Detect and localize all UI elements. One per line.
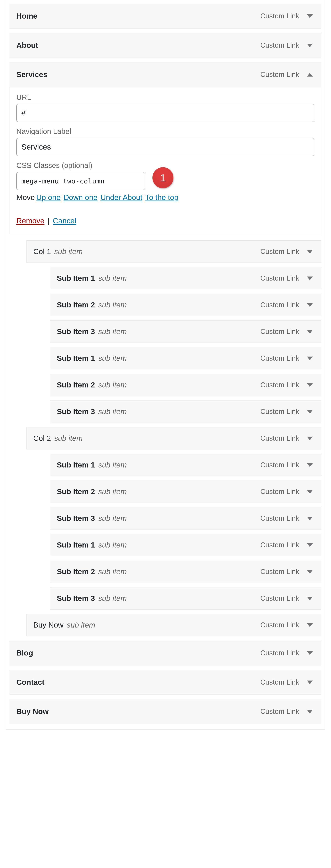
- menu-item-right: Custom Link: [260, 274, 313, 282]
- menu-item-right: Custom Link: [260, 71, 313, 79]
- url-input[interactable]: [16, 104, 314, 122]
- to-top-link[interactable]: To the top: [145, 193, 178, 202]
- menu-item-right: Custom Link: [260, 381, 313, 389]
- menu-item-right: Custom Link: [260, 408, 313, 415]
- menu-item-right: Custom Link: [260, 678, 313, 686]
- chevron-down-icon[interactable]: [307, 651, 313, 655]
- menu-item-title: Sub Item 3: [57, 595, 95, 602]
- menu-item-bar[interactable]: Sub Item 3sub itemCustom Link: [50, 401, 321, 423]
- menu-item-subtitle: sub item: [98, 568, 127, 576]
- menu-item: Sub Item 3sub itemCustom Link: [46, 320, 325, 343]
- menu-item-right: Custom Link: [260, 649, 313, 657]
- menu-item-type: Custom Link: [260, 71, 299, 79]
- menu-item-bar[interactable]: Sub Item 3sub itemCustom Link: [50, 320, 321, 343]
- menu-item-title: Contact: [16, 679, 44, 686]
- menu-item-bar[interactable]: ServicesCustom Link: [9, 62, 321, 87]
- url-label: URL: [16, 93, 314, 101]
- chevron-down-icon[interactable]: [307, 681, 313, 684]
- menu-item-title: Sub Item 3: [57, 515, 95, 522]
- menu-item-bar[interactable]: ContactCustom Link: [9, 670, 321, 695]
- chevron-down-icon[interactable]: [307, 250, 313, 253]
- menu-item-bar[interactable]: BlogCustom Link: [9, 641, 321, 665]
- menu-item-subtitle: sub item: [98, 461, 127, 469]
- item-actions: Remove | Cancel: [16, 217, 314, 225]
- menu-item: Sub Item 1sub itemCustom Link: [46, 347, 325, 369]
- menu-item-type: Custom Link: [260, 708, 299, 715]
- chevron-down-icon[interactable]: [307, 383, 313, 387]
- chevron-down-icon[interactable]: [307, 570, 313, 574]
- menu-item-type: Custom Link: [260, 12, 299, 20]
- chevron-down-icon[interactable]: [307, 437, 313, 440]
- chevron-down-icon[interactable]: [307, 463, 313, 467]
- chevron-down-icon[interactable]: [307, 277, 313, 280]
- menu-item-type: Custom Link: [260, 301, 299, 309]
- menu-item-bar[interactable]: Sub Item 3sub itemCustom Link: [50, 587, 321, 610]
- remove-link[interactable]: Remove: [16, 217, 44, 225]
- chevron-down-icon[interactable]: [307, 597, 313, 600]
- navigation-label-input[interactable]: [16, 138, 314, 156]
- menu-item-right: Custom Link: [260, 41, 313, 49]
- menu-item-bar[interactable]: Buy Nowsub itemCustom Link: [27, 614, 321, 636]
- menu-item-type: Custom Link: [260, 541, 299, 549]
- menu-item-right: Custom Link: [260, 708, 313, 715]
- menu-item-bar[interactable]: AboutCustom Link: [9, 33, 321, 58]
- menu-item-title: About: [16, 41, 38, 49]
- chevron-down-icon[interactable]: [307, 14, 313, 18]
- menu-item-bar[interactable]: Sub Item 1sub itemCustom Link: [50, 454, 321, 476]
- menu-item: Sub Item 2sub itemCustom Link: [46, 294, 325, 316]
- menu-item-subtitle: sub item: [98, 328, 127, 335]
- menu-item: AboutCustom Link: [6, 33, 325, 58]
- menu-item-type: Custom Link: [260, 594, 299, 602]
- menu-item-right: Custom Link: [260, 488, 313, 496]
- menu-item-subtitle: sub item: [67, 621, 95, 629]
- menu-item-bar[interactable]: Sub Item 2sub itemCustom Link: [50, 561, 321, 583]
- menu-item-title: Sub Item 1: [57, 275, 95, 282]
- menu-item-type: Custom Link: [260, 328, 299, 336]
- menu-item-bar[interactable]: Col 2sub itemCustom Link: [27, 427, 321, 450]
- menu-item-type: Custom Link: [260, 515, 299, 522]
- chevron-down-icon[interactable]: [307, 330, 313, 334]
- move-row: MoveUp oneDown oneUnder AboutTo the top: [16, 193, 314, 202]
- chevron-down-icon[interactable]: [307, 356, 313, 360]
- css-classes-input[interactable]: [16, 172, 145, 190]
- menu-item-bar[interactable]: Sub Item 3sub itemCustom Link: [50, 507, 321, 529]
- up-one-link[interactable]: Up one: [36, 193, 61, 202]
- chevron-down-icon[interactable]: [307, 303, 313, 307]
- chevron-down-icon[interactable]: [307, 623, 313, 627]
- chevron-down-icon[interactable]: [307, 543, 313, 547]
- chevron-down-icon[interactable]: [307, 410, 313, 413]
- menu-item-title: Sub Item 1: [57, 461, 95, 469]
- menu-item-bar[interactable]: Sub Item 1sub itemCustom Link: [50, 267, 321, 289]
- menu-item: Buy Nowsub itemCustom Link: [23, 614, 325, 636]
- menu-item-bar[interactable]: Sub Item 1sub itemCustom Link: [50, 534, 321, 556]
- menu-item-type: Custom Link: [260, 248, 299, 255]
- menu-item-bar[interactable]: Sub Item 2sub itemCustom Link: [50, 480, 321, 503]
- chevron-down-icon[interactable]: [307, 43, 313, 47]
- down-one-link[interactable]: Down one: [63, 193, 97, 202]
- menu-item: Sub Item 2sub itemCustom Link: [46, 561, 325, 583]
- menu-item-subtitle: sub item: [98, 381, 127, 389]
- menu-item-bar[interactable]: HomeCustom Link: [9, 4, 321, 29]
- menu-item-bar[interactable]: Sub Item 2sub itemCustom Link: [50, 294, 321, 316]
- menu-item-bar[interactable]: Buy NowCustom Link: [9, 699, 321, 724]
- menu-item: ServicesCustom LinkURLNavigation LabelCS…: [6, 62, 325, 234]
- chevron-down-icon[interactable]: [307, 517, 313, 520]
- menu-item-bar[interactable]: Sub Item 2sub itemCustom Link: [50, 374, 321, 396]
- menu-item-subtitle: sub item: [98, 301, 127, 309]
- cancel-link[interactable]: Cancel: [53, 217, 76, 225]
- menu-item: Sub Item 2sub itemCustom Link: [46, 480, 325, 503]
- menu-item-type: Custom Link: [260, 621, 299, 629]
- menu-item-bar[interactable]: Sub Item 1sub itemCustom Link: [50, 347, 321, 369]
- menu-item-right: Custom Link: [260, 434, 313, 442]
- menu-item-right: Custom Link: [260, 461, 313, 469]
- menu-item-title: Sub Item 3: [57, 328, 95, 335]
- chevron-up-icon[interactable]: [307, 73, 313, 76]
- menu-item-title: Sub Item 2: [57, 488, 95, 495]
- chevron-down-icon[interactable]: [307, 710, 313, 713]
- move-label: Move: [16, 193, 35, 202]
- menu-item-bar[interactable]: Col 1sub itemCustom Link: [27, 241, 321, 263]
- under-about-link[interactable]: Under About: [100, 193, 142, 202]
- menu-item-type: Custom Link: [260, 274, 299, 282]
- chevron-down-icon[interactable]: [307, 490, 313, 494]
- menu-item-type: Custom Link: [260, 678, 299, 686]
